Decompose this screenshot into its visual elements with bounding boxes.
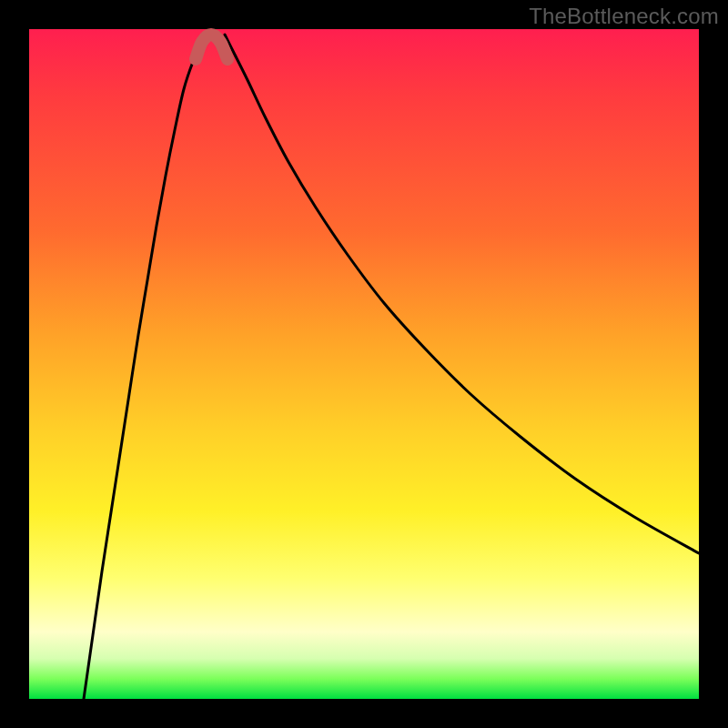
bottom-arc-highlight — [196, 35, 228, 59]
curve-layer — [29, 29, 699, 699]
plot-area — [29, 29, 699, 699]
left-curve — [84, 35, 207, 699]
right-curve — [225, 35, 699, 553]
watermark-text: TheBottleneck.com — [529, 4, 719, 29]
chart-frame: TheBottleneck.com — [0, 0, 728, 728]
